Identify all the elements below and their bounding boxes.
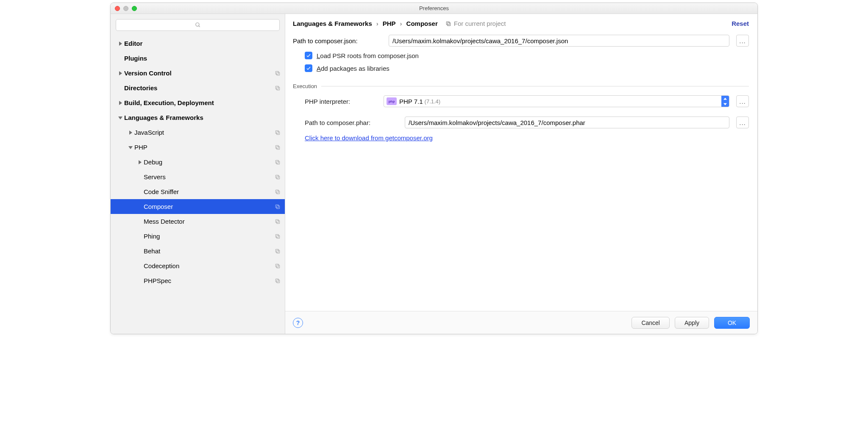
sidebar-item-label: JavaScript [134, 129, 274, 136]
sidebar-item[interactable]: Codeception [111, 258, 285, 273]
load-psr-label: Load PSR roots from composer.json [317, 52, 419, 59]
browse-button[interactable]: ... [736, 35, 749, 47]
sidebar-item[interactable]: Servers [111, 169, 285, 184]
copy-icon [274, 233, 281, 239]
chevron-down-icon[interactable] [117, 116, 124, 120]
chevron-right-icon[interactable] [136, 160, 144, 164]
breadcrumb: Composer [406, 20, 438, 27]
sidebar-item[interactable]: Editor [111, 36, 285, 51]
sidebar-item-label: Servers [144, 173, 274, 180]
breadcrumb: Languages & Frameworks [293, 20, 372, 27]
breadcrumb-sep: › [400, 20, 402, 27]
close-icon[interactable] [115, 6, 120, 11]
zoom-icon[interactable] [132, 6, 137, 11]
composer-json-input[interactable] [389, 35, 729, 47]
chevron-right-icon[interactable] [127, 130, 134, 135]
sidebar-item[interactable]: PHPSpec [111, 273, 285, 288]
svg-marker-9 [118, 117, 122, 119]
load-psr-checkbox-row[interactable]: Load PSR roots from composer.json [305, 52, 749, 59]
sidebar-item-label: Phing [144, 233, 274, 240]
sidebar-item-label: Behat [144, 247, 274, 255]
minimize-icon[interactable] [123, 6, 128, 11]
sidebar-item[interactable]: Languages & Frameworks [111, 110, 285, 125]
sidebar-item[interactable]: Phing [111, 229, 285, 244]
sidebar-item-label: Mess Detector [144, 218, 274, 225]
svg-marker-3 [119, 71, 122, 75]
sidebar-item[interactable]: Code Sniffer [111, 184, 285, 199]
sidebar-item-label: Languages & Frameworks [124, 114, 274, 121]
svg-rect-26 [275, 219, 278, 222]
sidebar-item[interactable]: Behat [111, 244, 285, 258]
copy-icon [274, 204, 281, 210]
svg-rect-27 [277, 235, 280, 238]
sidebar-item[interactable]: Build, Execution, Deployment [111, 95, 285, 110]
chevron-right-icon[interactable] [117, 101, 124, 105]
cancel-button[interactable]: Cancel [632, 317, 670, 329]
composer-phar-input[interactable] [405, 117, 729, 128]
svg-rect-34 [275, 279, 278, 282]
sidebar-item[interactable]: JavaScript [111, 125, 285, 140]
svg-rect-22 [275, 190, 278, 193]
svg-rect-32 [275, 264, 278, 267]
sidebar-item[interactable]: Mess Detector [111, 214, 285, 229]
window-title: Preferences [419, 5, 449, 11]
search-input[interactable] [116, 19, 280, 31]
chevron-down-icon[interactable] [127, 145, 134, 150]
sidebar-item[interactable]: Directories [111, 80, 285, 95]
ok-button[interactable]: OK [714, 317, 750, 329]
svg-marker-8 [119, 101, 122, 105]
svg-rect-29 [277, 250, 280, 253]
sidebar-item-label: Codeception [144, 262, 274, 269]
preferences-window: Preferences EditorPluginsVersion Control… [110, 3, 758, 334]
sidebar-item[interactable]: Composer [111, 199, 285, 214]
project-scope-text: For current project [454, 20, 506, 27]
dialog-footer: ? Cancel Apply OK [285, 311, 757, 334]
svg-rect-23 [277, 205, 280, 208]
add-packages-checkbox-row[interactable]: Add packages as libraries [305, 64, 749, 72]
sidebar-item-label: Composer [144, 203, 274, 210]
svg-marker-2 [119, 42, 122, 46]
svg-line-1 [198, 26, 200, 27]
interpreter-select[interactable]: php PHP 7.1 (7.1.4) [384, 95, 729, 107]
apply-button[interactable]: Apply [675, 317, 709, 329]
sidebar-item-label: PHPSpec [144, 277, 274, 284]
chevron-right-icon[interactable] [117, 71, 124, 75]
select-stepper-icon[interactable] [721, 96, 729, 107]
help-button[interactable]: ? [293, 318, 303, 328]
browse-button[interactable]: ... [736, 117, 749, 128]
svg-rect-28 [275, 234, 278, 237]
svg-rect-14 [277, 146, 280, 149]
svg-rect-25 [277, 220, 280, 223]
copy-icon [274, 70, 281, 76]
svg-marker-10 [129, 130, 132, 135]
sidebar-item-label: Plugins [124, 55, 274, 62]
composer-phar-label: Path to composer.phar: [305, 119, 398, 126]
project-scope-label: For current project [445, 20, 506, 27]
download-composer-link[interactable]: Click here to download from getcomposer.… [305, 134, 433, 142]
sidebar-item-label: Version Control [124, 69, 274, 77]
sidebar-item[interactable]: Debug [111, 155, 285, 169]
interpreter-version: (7.1.4) [425, 98, 441, 105]
sidebar-item[interactable]: PHP [111, 140, 285, 155]
chevron-right-icon[interactable] [117, 42, 124, 46]
interpreter-settings-button[interactable]: ... [736, 95, 749, 107]
svg-marker-16 [139, 160, 142, 164]
window-controls [115, 6, 137, 11]
copy-icon [274, 189, 281, 195]
settings-tree[interactable]: EditorPluginsVersion ControlDirectoriesB… [111, 35, 285, 334]
svg-rect-20 [275, 175, 278, 178]
svg-rect-18 [275, 160, 278, 163]
sidebar-item-label: Debug [144, 158, 274, 166]
copy-icon [274, 144, 281, 150]
checkbox-checked-icon[interactable] [305, 64, 312, 72]
settings-panel: Languages & Frameworks › PHP › Composer … [285, 14, 757, 334]
sidebar-item[interactable]: Version Control [111, 66, 285, 80]
svg-rect-31 [277, 265, 280, 268]
checkbox-checked-icon[interactable] [305, 52, 312, 59]
sidebar-item[interactable]: Plugins [111, 51, 285, 66]
execution-section-title: Execution [293, 83, 749, 89]
svg-rect-17 [277, 161, 280, 164]
svg-rect-5 [275, 71, 278, 74]
svg-rect-36 [446, 22, 449, 25]
reset-link[interactable]: Reset [732, 20, 749, 27]
